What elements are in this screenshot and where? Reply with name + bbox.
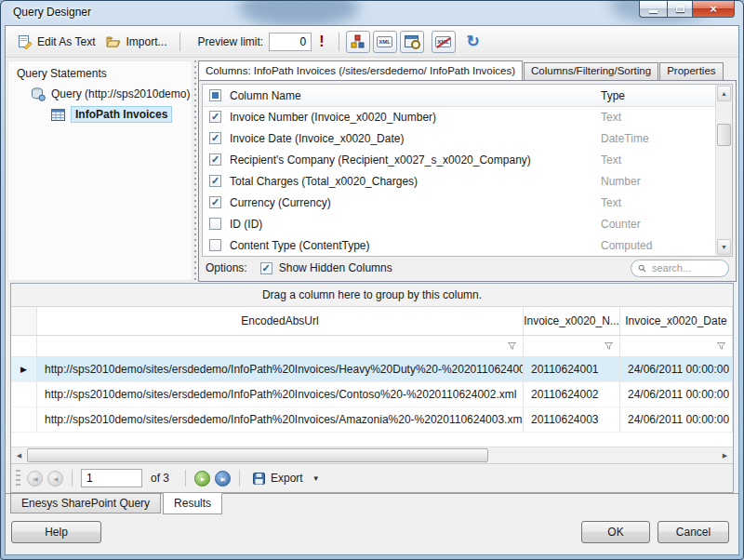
column-checkbox[interactable]: ✓ (209, 111, 221, 123)
grid-cell: 24/06/2011 00:00:00 (620, 357, 733, 381)
help-label: Help (45, 526, 68, 539)
grid-filter-cell[interactable] (620, 336, 733, 356)
toolbar-separator (339, 33, 339, 51)
tab-properties[interactable]: Properties (659, 62, 723, 80)
search-icon (638, 263, 646, 273)
first-page-button[interactable]: |◀ (27, 471, 43, 487)
scroll-right-arrow[interactable]: ▶ (718, 448, 732, 462)
grid-row[interactable]: http://sps2010demo/sites/ersdedemo/InfoP… (11, 382, 733, 407)
column-row[interactable]: ✓Total Charges (Total_x0020_Charges)Numb… (203, 170, 716, 192)
title-bar[interactable]: Query Designer (1, 1, 743, 25)
column-checkbox[interactable]: ✓ (209, 196, 221, 208)
column-list-scrollbar[interactable]: ▲ ▼ (715, 85, 732, 256)
scroll-down-arrow[interactable]: ▼ (717, 239, 731, 255)
ok-button[interactable]: OK (581, 521, 650, 543)
scroll-left-arrow[interactable]: ◀ (12, 448, 26, 462)
column-type: DateTime (601, 132, 649, 145)
column-name: Content Type (ContentType) (230, 239, 370, 252)
grid-column-header[interactable]: Invoice_x0020_Date (620, 307, 733, 335)
column-name: Total Charges (Total_x0020_Charges) (230, 175, 418, 188)
grid-cell: 24/06/2011 00:00:00 (620, 382, 733, 407)
run-xml-button[interactable]: XML (432, 31, 456, 53)
page-count-label: of 3 (151, 472, 169, 485)
column-checkbox[interactable] (209, 239, 221, 251)
group-by-bar[interactable]: Drag a column here to group by this colu… (11, 284, 733, 307)
tab-columns[interactable]: Columns: InfoPath Invoices (/sites/ersde… (198, 60, 523, 80)
pager-separator (239, 470, 240, 487)
toolbar-separator (179, 33, 180, 51)
horizontal-scrollbar[interactable]: ◀ ▶ (11, 447, 733, 463)
grid-row[interactable]: http://sps2010demo/sites/ersdedemo/InfoP… (11, 407, 733, 433)
column-checkbox[interactable]: ✓ (209, 132, 221, 144)
grid-header: EncodedAbsUrlInvoice_x0020_N...Invoice_x… (11, 307, 733, 336)
close-icon: × (710, 3, 717, 15)
panel-splitter[interactable] (194, 60, 196, 281)
page-number-input[interactable] (81, 469, 142, 487)
table-magnifier-icon (405, 35, 418, 47)
pager-grip[interactable] (16, 470, 20, 487)
edit-as-text-button[interactable]: Edit As Text (12, 32, 100, 52)
tree-node-label: Query (http://sps2010demo) (51, 87, 190, 100)
column-row[interactable]: ✓Invoice Number (Invoice_x0020_Number)Te… (203, 106, 716, 127)
select-all-checkbox[interactable] (209, 89, 221, 101)
scroll-up-arrow[interactable]: ▲ (717, 86, 731, 101)
xml-view-button[interactable]: XML (373, 31, 397, 53)
search-input[interactable] (650, 261, 722, 274)
columns-tab-page: Column Name Type ✓Invoice Number (Invoic… (198, 80, 737, 282)
tab-columns-filtering-sorting[interactable]: Columns/Filtering/Sorting (524, 62, 658, 80)
export-button[interactable]: Export ▼ (248, 470, 325, 487)
group-by-hint: Drag a column here to group by this colu… (262, 288, 482, 301)
grid-filter-cell[interactable] (37, 336, 524, 356)
scrollbar-thumb[interactable] (27, 448, 488, 462)
column-checkbox[interactable]: ✓ (209, 175, 221, 187)
xml-crossed-icon: XML (435, 36, 451, 47)
cancel-button[interactable]: Cancel (658, 521, 729, 543)
minimize-button[interactable] (639, 1, 667, 18)
refresh-icon[interactable]: ↻ (467, 32, 480, 51)
last-page-button[interactable]: ▶| (215, 471, 231, 487)
grid-column-header[interactable]: EncodedAbsUrl (37, 307, 524, 335)
dialog-body: Edit As Text Import... Preview limit: ! … (5, 25, 739, 555)
help-button[interactable]: Help (11, 521, 101, 543)
column-row[interactable]: ✓Recipient's Company (Recipient_x0027_s_… (203, 149, 716, 170)
import-button[interactable]: Import... (100, 32, 172, 52)
column-row[interactable]: ✓Invoice Date (Invoice_x0020_Date)DateTi… (203, 127, 716, 149)
show-hidden-columns-checkbox[interactable]: ✓ (260, 262, 272, 274)
column-list-box: Column Name Type ✓Invoice Number (Invoic… (202, 84, 733, 257)
close-button[interactable]: × (693, 1, 735, 18)
designer-view-button[interactable] (346, 31, 370, 53)
column-row[interactable]: ID (ID)Counter (203, 213, 716, 234)
search-box[interactable] (631, 260, 729, 277)
tree-node-infopath-invoices[interactable]: InfoPath Invoices (8, 104, 192, 125)
column-name: ID (ID) (230, 218, 262, 231)
column-row[interactable]: Content Type (ContentType)Computed (203, 234, 716, 256)
column-row[interactable]: ✓Currency (Currency)Text (203, 192, 716, 213)
preview-limit-input[interactable] (269, 33, 312, 51)
pager-separator (72, 470, 73, 487)
column-checkbox[interactable]: ✓ (209, 153, 221, 166)
column-type: Computed (601, 239, 652, 252)
grid-row[interactable]: ▶http://sps2010demo/sites/ersdedemo/Info… (11, 357, 733, 382)
preview-results-button[interactable] (400, 31, 424, 53)
maximize-button[interactable] (667, 1, 693, 18)
options-row: Options: ✓ Show Hidden Columns (206, 259, 729, 277)
tree-node-query[interactable]: Query (http://sps2010demo) (8, 84, 192, 104)
grid-cell: 24/06/2011 00:00:00 (620, 407, 733, 432)
tab-enesys-sharepoint-query[interactable]: Enesys SharePoint Query (10, 494, 161, 513)
column-checkbox[interactable] (209, 218, 221, 230)
xml-icon: XML (377, 36, 392, 47)
grid-column-header[interactable]: Invoice_x0020_N... (524, 307, 620, 335)
grid-filter-cell[interactable] (524, 336, 620, 356)
column-list-header: Column Name Type (203, 85, 716, 107)
scrollbar-thumb[interactable] (717, 124, 731, 146)
tab-results[interactable]: Results (163, 493, 222, 514)
column-type: Text (601, 196, 621, 209)
open-folder-icon (106, 34, 121, 49)
column-name-header: Column Name (230, 89, 301, 102)
window-controls: × (639, 1, 735, 18)
next-page-button[interactable]: ▶ (194, 471, 210, 487)
columns-tabs: Columns: InfoPath Invoices (/sites/ersde… (198, 60, 737, 80)
edit-document-icon (18, 34, 33, 49)
previous-page-button[interactable]: ◀ (47, 471, 63, 487)
grid-cell: 20110624002 (524, 382, 620, 407)
